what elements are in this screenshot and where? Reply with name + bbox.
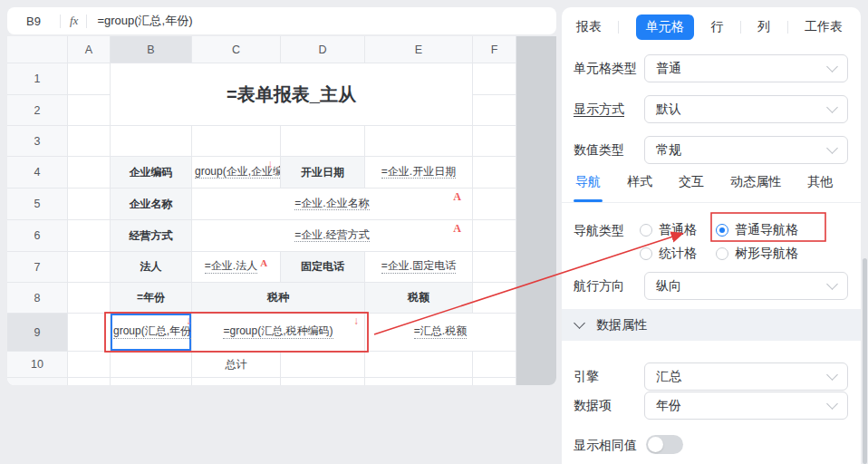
cell-c9-merge[interactable]: =group(汇总,税种编码) ↓ xyxy=(192,314,365,352)
tab-worksheet[interactable]: 工作表 xyxy=(805,19,843,35)
cell-f6[interactable] xyxy=(473,220,516,252)
cell-f1[interactable] xyxy=(473,63,516,95)
scrollbar-thumb[interactable] xyxy=(863,258,867,464)
cell-b9-selected[interactable]: group(汇总,年份 ↓ xyxy=(111,314,192,352)
cell-b7[interactable]: 法人 xyxy=(111,252,192,283)
cell-d7[interactable]: 固定电话 xyxy=(281,252,365,283)
cell-c8-merge[interactable]: 税种 xyxy=(192,283,365,314)
cell-b3[interactable] xyxy=(111,126,192,157)
cell-f10[interactable] xyxy=(473,352,516,378)
row-header-7[interactable]: 7 xyxy=(7,252,68,283)
radio-icon[interactable] xyxy=(716,247,728,260)
numeric-type-select[interactable]: 常规 xyxy=(644,136,848,164)
cell-d4[interactable]: 开业日期 xyxy=(281,157,365,188)
col-header-b[interactable]: B xyxy=(111,36,192,63)
cell-f5[interactable] xyxy=(473,188,516,220)
engine-label: 引擎 xyxy=(574,369,599,385)
radio-stat-cell[interactable]: 统计格 xyxy=(640,246,697,262)
cell-a8[interactable] xyxy=(68,283,111,314)
cell-a1[interactable] xyxy=(68,63,111,95)
tab-column[interactable]: 列 xyxy=(757,19,770,35)
cell-c3[interactable] xyxy=(192,126,281,157)
cell-a10[interactable] xyxy=(68,352,111,378)
cell-a7[interactable] xyxy=(68,252,111,283)
chevron-down-icon xyxy=(826,369,838,381)
col-header-e[interactable]: E xyxy=(365,36,473,63)
cell-a4[interactable] xyxy=(68,157,111,188)
cell-e7[interactable]: =企业.固定电话 xyxy=(365,252,473,283)
row-header-4[interactable]: 4 xyxy=(7,157,68,188)
radio-normal-cell[interactable]: 普通格 xyxy=(640,222,697,238)
data-props-section-header[interactable]: 数据属性 xyxy=(562,309,861,341)
row-header-1[interactable]: 1 xyxy=(7,63,68,95)
row-header-8[interactable]: 8 xyxy=(7,283,68,314)
tab-row[interactable]: 行 xyxy=(710,19,723,35)
cell-f4[interactable] xyxy=(473,157,516,188)
subtab-navigation[interactable]: 导航 xyxy=(575,174,601,202)
cell-e9-merge[interactable]: =汇总.税额 xyxy=(365,314,516,352)
radio-normal-nav-cell[interactable]: 普通导航格 xyxy=(716,222,798,238)
formula-input[interactable]: =group(汇总,年份) xyxy=(97,13,192,29)
display-mode-select[interactable]: 默认 xyxy=(644,95,848,123)
cell-e9-formula: =汇总.税额 xyxy=(414,325,467,339)
col-header-a[interactable]: A xyxy=(68,36,111,63)
cell-c5-merge[interactable]: =企业.企业名称 A xyxy=(192,188,473,220)
cell-c10[interactable]: 总计 xyxy=(192,352,281,378)
col-header-d[interactable]: D xyxy=(281,36,365,63)
cell-b9-formula: group(汇总,年份 xyxy=(113,325,191,339)
show-same-value-toggle[interactable] xyxy=(646,435,683,454)
cell-reference-box[interactable]: B9 xyxy=(7,14,60,28)
cell-a5[interactable] xyxy=(68,188,111,220)
cell-b4[interactable]: 企业编码 xyxy=(111,157,192,188)
cell-d10[interactable] xyxy=(281,352,365,378)
radio-icon[interactable] xyxy=(640,224,652,237)
cell-e10[interactable] xyxy=(365,352,473,378)
cell-a9[interactable] xyxy=(68,314,111,352)
cell-f7[interactable] xyxy=(473,252,516,283)
subtab-dynamic-props[interactable]: 动态属性 xyxy=(730,174,781,202)
cell-f8[interactable] xyxy=(473,283,516,314)
subtab-interaction[interactable]: 交互 xyxy=(679,174,704,202)
cell-a6[interactable] xyxy=(68,220,111,252)
cell-c4[interactable]: group(企业,企业编 ↓ xyxy=(192,157,281,188)
cell-e3[interactable] xyxy=(365,126,473,157)
row-header-3[interactable]: 3 xyxy=(7,126,68,157)
radio-selected-icon[interactable] xyxy=(716,224,728,237)
cell-f3[interactable] xyxy=(473,126,516,157)
tab-cell-active[interactable]: 单元格 xyxy=(636,14,694,40)
cell-title-merge[interactable]: =表单报表_主从 xyxy=(111,63,473,126)
collapse-chevron-icon[interactable] xyxy=(574,317,585,329)
radio-icon[interactable] xyxy=(640,247,652,260)
engine-select[interactable]: 汇总 xyxy=(644,362,848,391)
cell-e4[interactable]: =企业.开业日期 xyxy=(365,157,473,188)
row-header-5[interactable]: 5 xyxy=(7,188,68,220)
cell-b8[interactable]: =年份 xyxy=(111,283,192,314)
cell-a3[interactable] xyxy=(68,126,111,157)
data-item-select[interactable]: 年份 xyxy=(644,392,848,420)
radio-tree-nav-cell[interactable]: 树形导航格 xyxy=(716,246,798,262)
row-header-9[interactable]: 9 xyxy=(7,314,68,352)
nav-direction-select[interactable]: 纵向 xyxy=(644,272,848,300)
cell-f2[interactable] xyxy=(473,95,516,126)
cell-c7-formula: =企业.法人 xyxy=(205,260,257,274)
corner-header[interactable] xyxy=(7,36,68,63)
cell-c7[interactable]: =企业.法人 A xyxy=(192,252,281,283)
properties-panel: 报表 单元格 行 列 工作表 单元格类型 普通 显示方式 默认 数值类型 常规 … xyxy=(562,7,861,464)
cell-d3[interactable] xyxy=(281,126,365,157)
cell-b6[interactable]: 经营方式 xyxy=(111,220,192,252)
row-header-2[interactable]: 2 xyxy=(7,95,68,126)
col-header-f[interactable]: F xyxy=(473,36,516,63)
col-header-c[interactable]: C xyxy=(192,36,281,63)
tab-report[interactable]: 报表 xyxy=(576,19,602,35)
nav-direction-label: 航行方向 xyxy=(574,278,624,295)
cell-c6-merge[interactable]: =企业.经营方式 A xyxy=(192,220,473,252)
cell-b10[interactable] xyxy=(111,352,192,378)
cell-e8[interactable]: 税额 xyxy=(365,283,473,314)
row-header-10[interactable]: 10 xyxy=(7,352,68,378)
subtab-other[interactable]: 其他 xyxy=(807,174,833,202)
row-header-6[interactable]: 6 xyxy=(7,220,68,252)
cell-type-select[interactable]: 普通 xyxy=(644,54,848,82)
cell-a2[interactable] xyxy=(68,95,111,126)
cell-b5[interactable]: 企业名称 xyxy=(111,188,192,220)
subtab-style[interactable]: 样式 xyxy=(627,174,652,202)
